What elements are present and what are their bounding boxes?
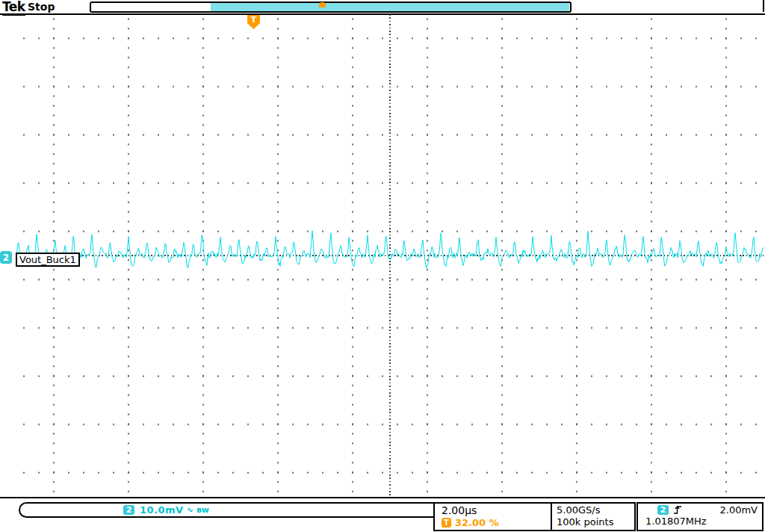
corner-divider (763, 0, 764, 12)
channel-scale-value: 10.0mV (140, 504, 184, 516)
channel-2-marker-label: 2 (3, 253, 9, 263)
waveform-trace-ch2 (16, 231, 764, 268)
trigger-readout[interactable]: 2 2.00mV 1.01807MHz (637, 502, 764, 531)
channel-label-text: Vout_Buck1 (19, 254, 76, 265)
trigger-position-percent: 32.00 % (455, 517, 499, 528)
bandwidth-limit-icon: ʙᴡ (196, 505, 209, 515)
trigger-record-marker-icon (319, 2, 326, 7)
waveform-plot (0, 14, 765, 497)
time-per-div: 2.00µs (442, 504, 552, 516)
channel-label[interactable]: Vout_Buck1 (16, 253, 80, 267)
acquisition-readout: 5.00GS/s 100k points (551, 502, 636, 531)
record-length: 100k points (557, 516, 634, 528)
trigger-t-icon-label: T (444, 519, 449, 527)
run-status: Stop (28, 1, 55, 13)
channel-2-ground-marker[interactable]: 2 (0, 251, 12, 264)
acquisition-preview-fill (211, 3, 569, 11)
footer-divider (0, 497, 765, 498)
trigger-source-label: 2 (660, 505, 666, 515)
sample-rate: 5.00GS/s (557, 504, 634, 516)
trigger-level: 2.00mV (719, 504, 758, 516)
trigger-source-badge: 2 (657, 505, 669, 515)
trigger-frequency: 1.01807MHz (638, 516, 762, 528)
acquisition-preview-bar (90, 1, 572, 13)
channel-2-badge: 2 (123, 505, 134, 515)
trigger-flag-label: T (251, 15, 257, 25)
channel-2-badge-label: 2 (126, 505, 132, 515)
horizontal-readout[interactable]: 2.00µs T 32.00 % (433, 502, 554, 531)
trigger-t-icon: T (442, 518, 451, 528)
ac-coupling-icon: ∿ (187, 505, 193, 515)
graticule-area (0, 14, 765, 497)
oscilloscope-screen: Tek Stop T 2 Vout_Buck1 2 10.0mV ∿ ʙᴡ 2.… (0, 0, 765, 532)
rising-edge-icon (673, 505, 682, 515)
